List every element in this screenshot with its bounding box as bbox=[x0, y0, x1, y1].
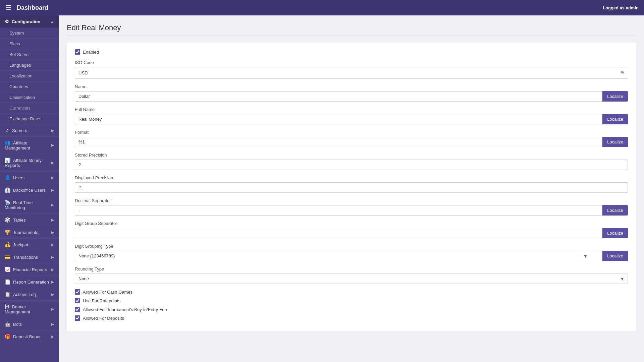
jackpot-icon: 💰 bbox=[5, 242, 10, 247]
sidebar-item-tables[interactable]: 🎲Tables ▶ bbox=[0, 214, 59, 226]
format-localize-button[interactable]: Localize bbox=[602, 137, 628, 147]
sidebar-item-banner-management[interactable]: 🖼Banner Management ▶ bbox=[0, 301, 59, 318]
use-ratepoints-checkbox[interactable] bbox=[75, 298, 80, 303]
chevron-icon: ▲ bbox=[50, 19, 54, 23]
transactions-icon: 💳 bbox=[5, 254, 10, 260]
enabled-checkbox[interactable] bbox=[75, 49, 80, 55]
chevron-icon: ▶ bbox=[51, 128, 54, 133]
affiliate-mgmt-icon: 👥 bbox=[5, 140, 10, 145]
tables-icon: 🎲 bbox=[5, 217, 10, 223]
chevron-icon: ▶ bbox=[51, 267, 54, 272]
name-localize-button[interactable]: Localize bbox=[602, 91, 628, 102]
digit-group-localize-button[interactable]: Localize bbox=[602, 228, 628, 238]
sidebar-item-bot-server[interactable]: Bot Server bbox=[0, 49, 59, 60]
digit-grouping-type-select[interactable]: None (123456789) bbox=[75, 251, 602, 261]
sidebar-item-affiliate-management[interactable]: 👥Affiliate Management ▶ bbox=[0, 137, 59, 154]
sidebar: ⚙Configuration ▲ System Skins Bot Server… bbox=[0, 15, 59, 362]
topbar-user: Logged as admin bbox=[603, 5, 639, 10]
sidebar-item-servers[interactable]: 🖥Servers ▶ bbox=[0, 124, 59, 137]
name-input[interactable] bbox=[75, 91, 602, 102]
sidebar-item-actions-log[interactable]: 📋Actions Log ▶ bbox=[0, 288, 59, 301]
iso-code-display: USD ⚑ bbox=[75, 67, 628, 79]
rounding-type-label: Rounding Type bbox=[75, 266, 628, 272]
digit-group-separator-input[interactable] bbox=[75, 228, 602, 238]
decimal-separator-input-group: Localize bbox=[75, 205, 628, 216]
displayed-precision-label: Displayed Precision bbox=[75, 175, 628, 180]
chevron-icon: ▶ bbox=[51, 335, 54, 339]
sidebar-item-languages[interactable]: Languages bbox=[0, 60, 59, 71]
hamburger-menu[interactable]: ☰ bbox=[5, 4, 11, 12]
full-name-localize-button[interactable]: Localize bbox=[602, 114, 628, 124]
name-input-group: Localize bbox=[75, 91, 628, 102]
chevron-icon: ▶ bbox=[51, 243, 54, 247]
bots-icon: 🤖 bbox=[5, 321, 10, 327]
displayed-precision-input[interactable] bbox=[75, 182, 628, 193]
digit-grouping-localize-button[interactable]: Localize bbox=[602, 251, 628, 261]
sidebar-item-users[interactable]: 👤Users ▶ bbox=[0, 172, 59, 184]
topbar-left: ☰ Dashboard bbox=[5, 4, 48, 12]
topbar: ☰ Dashboard Logged as admin bbox=[0, 0, 644, 15]
backoffice-icon: 👔 bbox=[5, 187, 10, 193]
banner-icon: 🖼 bbox=[5, 304, 9, 309]
enabled-row: Enabled bbox=[75, 49, 628, 55]
digit-group-separator-label: Digit Group Separator bbox=[75, 221, 628, 226]
allowed-cash-games-checkbox[interactable] bbox=[75, 289, 80, 295]
config-icon: ⚙ bbox=[5, 19, 9, 24]
sidebar-item-currencies[interactable]: Currencies bbox=[0, 103, 59, 114]
format-input[interactable] bbox=[75, 137, 602, 147]
digit-group-separator-row: Digit Group Separator Localize bbox=[75, 221, 628, 238]
rounding-type-select[interactable]: None bbox=[75, 274, 628, 284]
digit-group-separator-input-group: Localize bbox=[75, 228, 628, 238]
page-title: Edit Real Money bbox=[67, 23, 636, 36]
app-title: Dashboard bbox=[17, 4, 48, 11]
sidebar-item-tournaments[interactable]: 🏆Tournaments ▶ bbox=[0, 226, 59, 239]
sidebar-item-exchange-rates[interactable]: Exchange Rates bbox=[0, 114, 59, 124]
full-name-input-group: Localize bbox=[75, 114, 628, 124]
allowed-tournaments-checkbox[interactable] bbox=[75, 307, 80, 312]
affiliate-reports-icon: 📊 bbox=[5, 158, 10, 163]
chevron-icon: ▶ bbox=[51, 188, 54, 192]
sidebar-item-jackpot[interactable]: 💰Jackpot ▶ bbox=[0, 239, 59, 251]
stored-precision-input[interactable] bbox=[75, 160, 628, 170]
chevron-icon: ▶ bbox=[51, 292, 54, 297]
allowed-tournaments-row: Allowed For Tournament's Buy-in/Entry-Fe… bbox=[75, 307, 628, 312]
decimal-separator-row: Decimal Separator Localize bbox=[75, 198, 628, 216]
sidebar-item-report-generation[interactable]: 📄Report Generation ▶ bbox=[0, 276, 59, 288]
rounding-type-row: Rounding Type None ▼ bbox=[75, 266, 628, 284]
rounding-type-group: None ▼ bbox=[75, 274, 628, 284]
sidebar-item-system[interactable]: System bbox=[0, 28, 59, 39]
sidebar-item-configuration[interactable]: ⚙Configuration ▲ bbox=[0, 15, 59, 28]
decimal-separator-input[interactable] bbox=[75, 205, 602, 216]
displayed-precision-row: Displayed Precision bbox=[75, 175, 628, 193]
sidebar-item-financial-reports[interactable]: 📈Financial Reports ▶ bbox=[0, 263, 59, 276]
chevron-icon: ▶ bbox=[51, 307, 54, 311]
sidebar-item-backoffice-users[interactable]: 👔Backoffice Users ▶ bbox=[0, 184, 59, 196]
sidebar-item-classification[interactable]: Classification bbox=[0, 92, 59, 103]
sidebar-item-localization[interactable]: Localization bbox=[0, 71, 59, 81]
flag-icon: ⚑ bbox=[620, 70, 625, 76]
allowed-deposits-checkbox[interactable] bbox=[75, 315, 80, 321]
full-name-input[interactable] bbox=[75, 114, 602, 124]
sidebar-item-countries[interactable]: Countries bbox=[0, 81, 59, 92]
enabled-label: Enabled bbox=[83, 50, 99, 55]
chevron-icon: ▶ bbox=[51, 143, 54, 147]
sidebar-item-transactions[interactable]: 💳Transactions ▶ bbox=[0, 251, 59, 263]
tournaments-icon: 🏆 bbox=[5, 230, 10, 235]
sidebar-item-deposit-bonus[interactable]: 🎁Deposit Bonus ▶ bbox=[0, 330, 59, 343]
format-label: Format bbox=[75, 130, 628, 135]
chevron-icon: ▶ bbox=[51, 280, 54, 284]
format-row: Format Localize bbox=[75, 130, 628, 147]
decimal-localize-button[interactable]: Localize bbox=[602, 205, 628, 216]
deposit-bonus-icon: 🎁 bbox=[5, 334, 10, 339]
sidebar-item-affiliate-money-reports[interactable]: 📊Affiliate Money Reports ▶ bbox=[0, 154, 59, 172]
allowed-cash-games-row: Allowed For Cash Games bbox=[75, 289, 628, 295]
allowed-tournaments-label: Allowed For Tournament's Buy-in/Entry-Fe… bbox=[83, 307, 167, 312]
sidebar-item-real-time-monitoring[interactable]: 📡Real Time Monitoring ▶ bbox=[0, 196, 59, 214]
sidebar-item-skins[interactable]: Skins bbox=[0, 39, 59, 49]
chevron-icon: ▶ bbox=[51, 230, 54, 235]
stored-precision-row: Stored Precision bbox=[75, 153, 628, 170]
use-ratepoints-row: Use For Ratepoints bbox=[75, 298, 628, 303]
sidebar-item-bots[interactable]: 🤖Bots ▶ bbox=[0, 318, 59, 330]
chevron-icon: ▶ bbox=[51, 161, 54, 165]
iso-code-input-group: USD ⚑ bbox=[75, 67, 628, 79]
